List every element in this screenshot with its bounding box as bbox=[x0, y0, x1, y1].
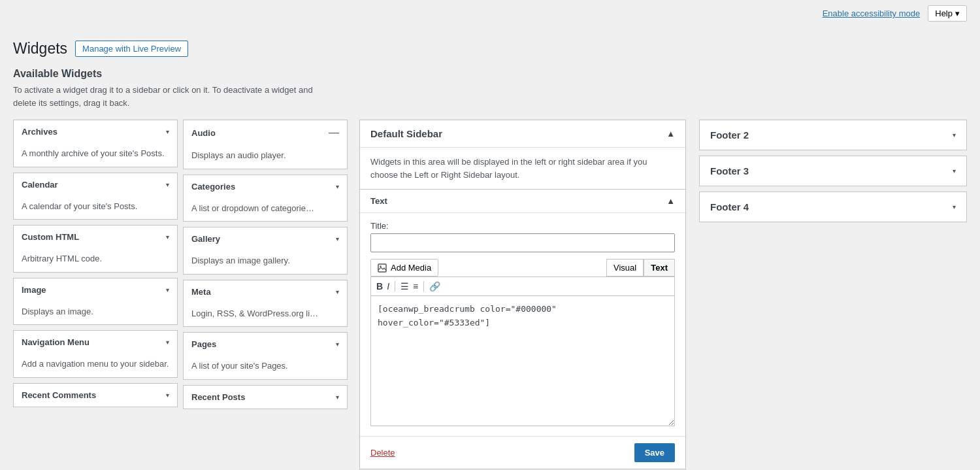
unordered-list-icon[interactable]: ☰ bbox=[400, 281, 409, 292]
tab-text[interactable]: Text bbox=[644, 259, 675, 277]
widget-recent-posts-header[interactable]: Recent Posts ▾ bbox=[184, 386, 347, 409]
widget-recent-comments-chevron-icon: ▾ bbox=[166, 392, 169, 399]
widget-columns: Archives ▾ A monthly archive of your sit… bbox=[13, 120, 353, 414]
svg-rect-0 bbox=[378, 264, 386, 272]
widget-image-header[interactable]: Image ▾ bbox=[14, 278, 177, 301]
widget-recent-posts-name: Recent Posts bbox=[191, 392, 245, 402]
widget-navigation-menu-header[interactable]: Navigation Menu ▾ bbox=[14, 331, 177, 354]
widget-navigation-menu-chevron-icon: ▾ bbox=[166, 339, 169, 346]
widget-recent-comments[interactable]: Recent Comments ▾ bbox=[13, 383, 178, 407]
widget-pages-desc: A list of your site's Pages. bbox=[184, 356, 347, 379]
top-bar: Enable accessibility mode Help ▾ bbox=[0, 0, 980, 27]
footer-3-chevron-icon: ▾ bbox=[953, 167, 956, 175]
widget-calendar[interactable]: Calendar ▾ A calendar of your site's Pos… bbox=[13, 173, 178, 220]
sidebar-collapse-icon[interactable]: ▲ bbox=[666, 129, 675, 139]
save-button[interactable]: Save bbox=[634, 443, 675, 462]
italic-icon[interactable]: I bbox=[387, 281, 389, 292]
toolbar-separator-2 bbox=[423, 281, 424, 292]
help-label: Help bbox=[935, 8, 953, 18]
widget-categories-desc: A list or dropdown of categorie… bbox=[184, 198, 347, 222]
editor-textarea[interactable] bbox=[370, 295, 675, 426]
widget-audio[interactable]: Audio — Displays an audio player. bbox=[183, 120, 348, 169]
sidebar-title: Default Sidebar bbox=[370, 128, 442, 139]
editor-format-toolbar: B I ☰ ≡ 🔗 bbox=[370, 277, 675, 295]
sidebar-panel: Default Sidebar ▲ Widgets in this area w… bbox=[359, 120, 686, 469]
widget-meta[interactable]: Meta ▾ Login, RSS, & WordPress.org li… bbox=[183, 280, 348, 327]
footer-2-box[interactable]: Footer 2 ▾ bbox=[699, 120, 967, 150]
available-panel: Archives ▾ A monthly archive of your sit… bbox=[13, 120, 353, 414]
widget-meta-chevron-icon: ▾ bbox=[336, 288, 339, 295]
widget-gallery-header[interactable]: Gallery ▾ bbox=[184, 227, 347, 250]
widget-pages-chevron-icon: ▾ bbox=[336, 341, 339, 348]
tab-visual[interactable]: Visual bbox=[606, 259, 644, 277]
widget-custom-html-header[interactable]: Custom HTML ▾ bbox=[14, 226, 177, 248]
widget-meta-desc: Login, RSS, & WordPress.org li… bbox=[184, 303, 347, 327]
widget-gallery-desc: Displays an image gallery. bbox=[184, 250, 347, 274]
manage-preview-button[interactable]: Manage with Live Preview bbox=[75, 41, 188, 57]
widget-categories-header[interactable]: Categories ▾ bbox=[184, 175, 347, 198]
footer-2-chevron-icon: ▾ bbox=[953, 131, 956, 139]
widget-audio-name: Audio bbox=[191, 128, 216, 138]
widget-custom-html[interactable]: Custom HTML ▾ Arbitrary HTML code. bbox=[13, 225, 178, 273]
sidebar-box: Default Sidebar ▲ Widgets in this area w… bbox=[359, 120, 686, 469]
widget-image-name: Image bbox=[22, 285, 46, 295]
link-icon[interactable]: 🔗 bbox=[429, 281, 440, 292]
widget-audio-header[interactable]: Audio — bbox=[184, 120, 347, 145]
help-button[interactable]: Help ▾ bbox=[928, 5, 967, 22]
widget-categories[interactable]: Categories ▾ A list or dropdown of categ… bbox=[183, 175, 348, 222]
footer-4-title: Footer 4 bbox=[710, 201, 749, 212]
footer-3-box[interactable]: Footer 3 ▾ bbox=[699, 156, 967, 186]
widget-navigation-menu-desc: Add a navigation menu to your sidebar. bbox=[14, 354, 177, 377]
widget-pages[interactable]: Pages ▾ A list of your site's Pages. bbox=[183, 332, 348, 380]
bold-icon[interactable]: B bbox=[376, 281, 383, 292]
help-chevron-icon: ▾ bbox=[955, 8, 960, 18]
widget-archives[interactable]: Archives ▾ A monthly archive of your sit… bbox=[13, 120, 178, 167]
widget-recent-comments-header[interactable]: Recent Comments ▾ bbox=[14, 384, 177, 407]
widget-gallery[interactable]: Gallery ▾ Displays an image gallery. bbox=[183, 227, 348, 275]
widget-image-desc: Displays an image. bbox=[14, 301, 177, 325]
widget-calendar-chevron-icon: ▾ bbox=[166, 181, 169, 188]
accessibility-link[interactable]: Enable accessibility mode bbox=[823, 8, 921, 18]
title-input[interactable] bbox=[370, 233, 675, 252]
page-title-row: Widgets Manage with Live Preview bbox=[13, 40, 967, 58]
visual-text-tabs: Visual Text bbox=[606, 259, 675, 277]
widget-navigation-menu[interactable]: Navigation Menu ▾ Add a navigation menu … bbox=[13, 330, 178, 378]
add-media-button[interactable]: Add Media bbox=[370, 259, 438, 277]
editor-toolbar-row: Add Media Visual Text bbox=[370, 259, 675, 277]
page-title: Widgets bbox=[13, 40, 67, 58]
footer-2-title: Footer 2 bbox=[710, 129, 749, 141]
widget-gallery-chevron-icon: ▾ bbox=[336, 235, 339, 243]
widget-recent-posts-chevron-icon: ▾ bbox=[336, 394, 339, 401]
footer-panel: Footer 2 ▾ Footer 3 ▾ Footer 4 ▾ bbox=[699, 120, 967, 227]
sidebar-description: Widgets in this area will be displayed i… bbox=[360, 148, 685, 190]
available-widgets-title: Available Widgets bbox=[13, 68, 967, 80]
widget-calendar-desc: A calendar of your site's Posts. bbox=[14, 196, 177, 220]
delete-link[interactable]: Delete bbox=[370, 448, 395, 458]
widget-meta-header[interactable]: Meta ▾ bbox=[184, 280, 347, 303]
widget-categories-chevron-icon: ▾ bbox=[336, 183, 339, 190]
text-widget-header[interactable]: Text ▲ bbox=[360, 190, 685, 213]
widget-archives-header[interactable]: Archives ▾ bbox=[14, 120, 177, 143]
widget-calendar-header[interactable]: Calendar ▾ bbox=[14, 173, 177, 196]
footer-4-box[interactable]: Footer 4 ▾ bbox=[699, 192, 967, 222]
widget-pages-header[interactable]: Pages ▾ bbox=[184, 333, 347, 356]
footer-3-title: Footer 3 bbox=[710, 165, 749, 176]
widget-custom-html-desc: Arbitrary HTML code. bbox=[14, 248, 177, 272]
widget-image-chevron-icon: ▾ bbox=[166, 286, 169, 294]
widget-archives-name: Archives bbox=[22, 127, 57, 137]
text-widget-title: Text bbox=[370, 196, 387, 206]
widget-recent-posts[interactable]: Recent Posts ▾ bbox=[183, 385, 348, 409]
widget-custom-html-chevron-icon: ▾ bbox=[166, 233, 169, 241]
footer-4-chevron-icon: ▾ bbox=[953, 203, 956, 210]
widget-col-2: Audio — Displays an audio player. Catego… bbox=[183, 120, 353, 414]
widget-image[interactable]: Image ▾ Displays an image. bbox=[13, 278, 178, 326]
text-widget-body: Title: Add Media bbox=[360, 213, 685, 436]
widget-calendar-name: Calendar bbox=[22, 180, 58, 190]
available-widgets-desc: To activate a widget drag it to a sideba… bbox=[13, 84, 327, 109]
widget-meta-name: Meta bbox=[191, 287, 211, 297]
ordered-list-icon[interactable]: ≡ bbox=[413, 281, 418, 292]
widget-audio-desc: Displays an audio player. bbox=[184, 145, 347, 169]
sidebar-header[interactable]: Default Sidebar ▲ bbox=[360, 120, 685, 148]
text-widget-collapse-icon[interactable]: ▲ bbox=[666, 196, 675, 206]
columns-layout: Archives ▾ A monthly archive of your sit… bbox=[13, 120, 967, 469]
